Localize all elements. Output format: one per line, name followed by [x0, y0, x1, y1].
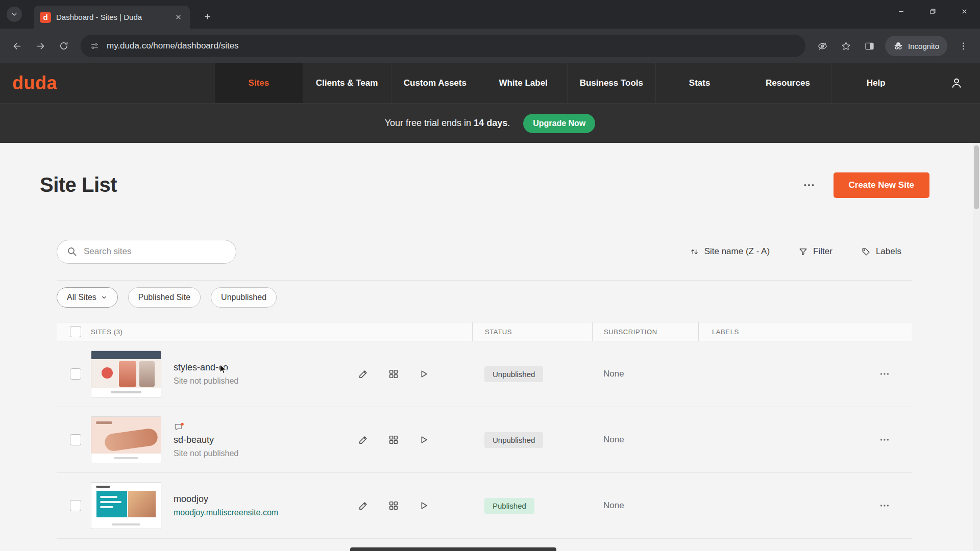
minimize-button[interactable] [885, 0, 917, 22]
preview-site-button[interactable] [415, 366, 432, 382]
filter-button[interactable]: Filter [798, 246, 832, 257]
site-thumbnail[interactable] [91, 350, 161, 397]
tab-title: Dashboard - Sites | Duda [56, 13, 167, 21]
side-panel-icon [864, 41, 875, 52]
preview-site-button[interactable] [415, 497, 432, 514]
nav-item-business-tools[interactable]: Business Tools [567, 63, 655, 103]
search-box [57, 240, 236, 264]
site-info: styles-and-co Site not published [174, 362, 238, 386]
refresh-button[interactable] [53, 35, 75, 57]
app-navbar: duda Sites Clients & Team Custom Assets … [0, 63, 980, 103]
duda-logo[interactable]: duda [12, 72, 57, 94]
row-menu-button[interactable] [876, 366, 893, 382]
page-title: Site List [40, 173, 117, 196]
row-checkbox[interactable] [70, 500, 81, 511]
close-window-button[interactable] [948, 0, 980, 22]
upgrade-now-button[interactable]: Upgrade Now [523, 114, 595, 133]
duplicate-site-button[interactable] [385, 432, 402, 448]
grid-icon [388, 434, 399, 445]
site-thumbnail[interactable] [91, 482, 161, 529]
sort-filter-controls: Site name (Z - A) Filter Labels [690, 246, 912, 257]
filter-chips: All Sites Published Site Unpublished [57, 287, 277, 308]
tab-strip: d Dashboard - Sites | Duda [0, 0, 980, 29]
account-button[interactable] [946, 73, 967, 93]
star-icon [841, 41, 851, 52]
status-badge: Unpublished [484, 366, 543, 382]
incognito-label: Incognito [908, 42, 939, 51]
labels-button[interactable]: Labels [861, 246, 901, 257]
tab-search-button[interactable] [7, 7, 22, 22]
site-thumbnail[interactable] [91, 416, 161, 463]
maximize-button[interactable] [917, 0, 948, 22]
site-info: sd-beauty Site not published [174, 422, 238, 458]
site-name[interactable]: sd-beauty [174, 435, 238, 445]
nav-item-resources[interactable]: Resources [744, 63, 832, 103]
duplicate-site-button[interactable] [385, 366, 402, 382]
kebab-horizontal-icon [879, 500, 890, 511]
browser-menu-button[interactable] [952, 35, 974, 57]
comment-icon [174, 422, 184, 433]
status-badge: Unpublished [484, 432, 543, 448]
browser-chrome: d Dashboard - Sites | Duda [0, 0, 980, 63]
trial-days: 14 days [474, 118, 507, 128]
row-menu-button[interactable] [876, 432, 893, 448]
divider [57, 280, 912, 281]
site-info: moodjoy moodjoy.multiscreensite.com [174, 494, 278, 517]
restore-icon [929, 8, 937, 15]
chevron-down-icon [101, 294, 108, 301]
nav-item-help[interactable]: Help [831, 63, 920, 103]
play-icon [418, 368, 429, 380]
preview-hidden-button[interactable] [812, 35, 833, 57]
bookmark-button[interactable] [835, 35, 856, 57]
edit-site-button[interactable] [355, 366, 372, 382]
user-icon [950, 77, 963, 90]
nav-item-sites[interactable]: Sites [214, 63, 303, 103]
url-text: my.duda.co/home/dashboard/sites [107, 41, 239, 51]
browser-toolbar: my.duda.co/home/dashboard/sites Incognit… [0, 29, 980, 63]
address-bar[interactable]: my.duda.co/home/dashboard/sites [81, 35, 805, 57]
pencil-icon [358, 368, 369, 380]
nav-item-stats[interactable]: Stats [655, 63, 744, 103]
browser-tab[interactable]: d Dashboard - Sites | Duda [34, 6, 190, 29]
sort-button[interactable]: Site name (Z - A) [690, 246, 770, 257]
site-subtitle: Site not published [174, 377, 238, 386]
side-panel-button[interactable] [859, 35, 880, 57]
trial-text: Your free trial ends in 14 days. [385, 118, 510, 129]
scrollbar-thumb[interactable] [974, 145, 979, 209]
site-name[interactable]: styles-and-co [174, 362, 238, 373]
search-input[interactable] [57, 240, 236, 264]
row-checkbox[interactable] [70, 368, 81, 380]
pencil-icon [358, 500, 369, 511]
edit-site-button[interactable] [355, 432, 372, 448]
forward-button[interactable] [30, 35, 51, 57]
duplicate-site-button[interactable] [385, 497, 402, 514]
play-icon [418, 500, 429, 511]
page-more-button[interactable] [799, 175, 819, 195]
window-controls [885, 0, 980, 22]
refresh-icon [59, 41, 69, 51]
site-url-link[interactable]: moodjoy.multiscreensite.com [174, 508, 278, 517]
sort-icon [690, 247, 699, 257]
nav-item-white-label[interactable]: White Label [479, 63, 567, 103]
table-header: SITES (3) STATUS SUBSCRIPTION LABELS [57, 322, 912, 341]
preview-site-button[interactable] [415, 432, 432, 448]
chip-unpublished[interactable]: Unpublished [211, 287, 277, 308]
kebab-horizontal-icon [802, 179, 816, 192]
chip-all-sites[interactable]: All Sites [57, 287, 118, 308]
header-subscription: SUBSCRIPTION [592, 322, 698, 341]
row-checkbox[interactable] [70, 434, 81, 445]
nav-item-clients-team[interactable]: Clients & Team [303, 63, 391, 103]
comments-indicator[interactable] [174, 422, 238, 433]
chip-published-site[interactable]: Published Site [128, 287, 201, 308]
create-new-site-button[interactable]: Create New Site [834, 172, 930, 198]
nav-item-custom-assets[interactable]: Custom Assets [391, 63, 479, 103]
select-all-checkbox[interactable] [70, 326, 81, 337]
new-tab-button[interactable] [199, 8, 215, 24]
back-button[interactable] [6, 35, 28, 57]
incognito-badge: Incognito [885, 36, 947, 56]
incognito-icon [893, 41, 903, 51]
tab-close-button[interactable] [173, 12, 184, 23]
edit-site-button[interactable] [355, 497, 372, 514]
row-menu-button[interactable] [876, 497, 893, 514]
site-name[interactable]: moodjoy [174, 494, 278, 505]
